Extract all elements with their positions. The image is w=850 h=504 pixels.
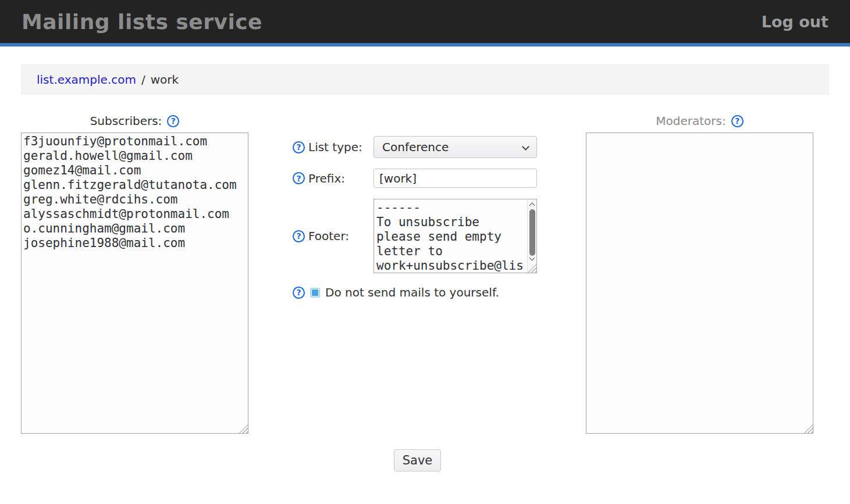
subscribers-textarea-wrap: f3juounfiy@protonmail.com gerald.howell@…: [21, 133, 248, 434]
no-self-mail-checkbox[interactable]: [310, 288, 320, 298]
footer-textarea[interactable]: ------ To unsubscribe please send empty …: [374, 199, 537, 273]
moderators-textarea[interactable]: [586, 133, 813, 434]
footer-row: ? Footer: ------ To unsubscribe please s…: [293, 199, 537, 273]
footer-label: Footer:: [308, 229, 374, 243]
scroll-up-icon[interactable]: [529, 203, 535, 209]
breadcrumb: list.example.com / work: [21, 64, 829, 95]
no-self-mail-label: Do not send mails to yourself.: [325, 285, 499, 299]
subscribers-label-row: Subscribers: ?: [21, 113, 248, 129]
no-self-mail-help-icon[interactable]: ?: [293, 287, 305, 299]
no-self-mail-row: ? Do not send mails to yourself.: [293, 285, 499, 299]
scroll-down-icon[interactable]: [529, 255, 535, 261]
list-type-selected-value: Conference: [382, 140, 449, 154]
list-type-select[interactable]: Conference: [374, 136, 537, 158]
moderators-label: Moderators:: [656, 114, 725, 128]
list-type-label: List type:: [308, 140, 374, 154]
app-title: Mailing lists service: [22, 10, 262, 34]
breadcrumb-domain-link[interactable]: list.example.com: [37, 73, 136, 87]
logout-link[interactable]: Log out: [762, 13, 828, 31]
list-type-row: ? List type: Conference: [293, 136, 537, 158]
prefix-input[interactable]: [374, 169, 537, 188]
moderators-help-icon[interactable]: ?: [731, 115, 744, 127]
checkbox-check-icon: [312, 289, 318, 296]
save-button[interactable]: Save: [394, 449, 441, 471]
subscribers-textarea[interactable]: f3juounfiy@protonmail.com gerald.howell@…: [21, 133, 248, 434]
app-header: Mailing lists service Log out: [0, 0, 850, 47]
breadcrumb-current: work: [151, 73, 179, 87]
prefix-label: Prefix:: [308, 171, 374, 185]
moderators-label-row: Moderators: ?: [586, 113, 813, 129]
subscribers-label: Subscribers:: [90, 114, 162, 128]
page: Mailing lists service Log out list.examp…: [0, 0, 850, 504]
scrollbar-thumb[interactable]: [529, 209, 535, 256]
chevron-down-icon: [522, 143, 529, 151]
subscribers-help-icon[interactable]: ?: [167, 115, 179, 127]
prefix-help-icon[interactable]: ?: [293, 172, 305, 184]
list-type-help-icon[interactable]: ?: [293, 141, 305, 153]
footer-scrollbar[interactable]: [527, 199, 536, 273]
breadcrumb-separator: /: [141, 73, 145, 87]
footer-help-icon[interactable]: ?: [293, 230, 305, 242]
footer-text: ------ To unsubscribe please send empty …: [374, 199, 527, 273]
moderators-textarea-wrap: [586, 133, 813, 434]
prefix-row: ? Prefix:: [293, 169, 537, 188]
